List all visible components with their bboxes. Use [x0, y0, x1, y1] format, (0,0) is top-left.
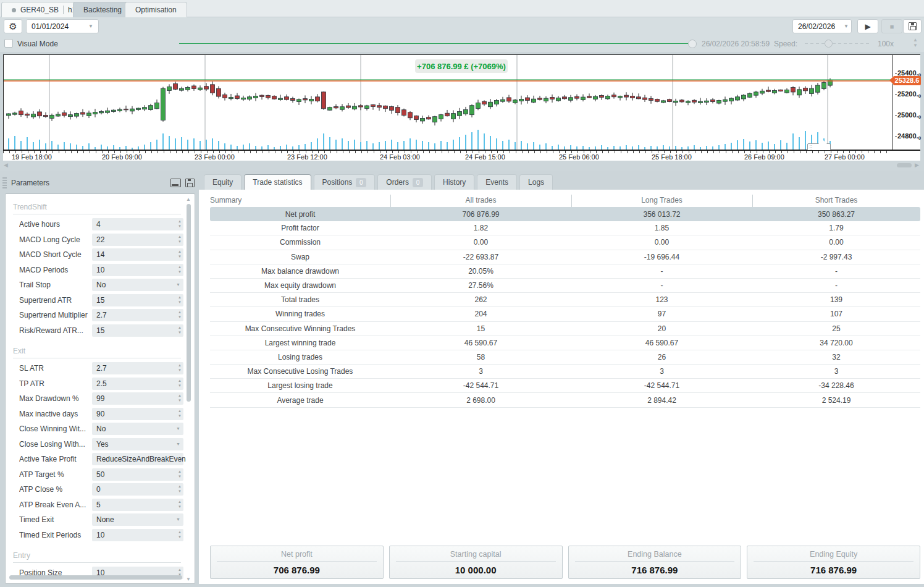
param-input-active-hours[interactable]: 4▲▼ — [92, 218, 183, 230]
table-cell: 2 524.19 — [752, 396, 920, 405]
scroll-thumb[interactable] — [897, 163, 912, 167]
stats-tab-events[interactable]: Events — [477, 174, 517, 190]
param-input-tp-atr[interactable]: 2.5▲▼ — [92, 378, 183, 390]
spinner-stepper[interactable]: ▲▼ — [178, 325, 182, 335]
param-input-macd-periods[interactable]: 10▲▼ — [92, 264, 183, 276]
start-date-select[interactable]: 01/01/2024▼ — [26, 19, 99, 33]
param-input-timed-exit-periods[interactable]: 10▲▼ — [92, 529, 183, 541]
table-row[interactable]: Max Consecutive Losing Trades333 — [210, 365, 920, 379]
spinner-stepper[interactable]: ▲▼ — [178, 393, 182, 403]
spinner-stepper[interactable]: ▲▼ — [178, 219, 182, 229]
stop-button[interactable]: ■ — [881, 19, 902, 33]
dropdown-arrow-icon[interactable]: ▼ — [176, 457, 180, 461]
param-input-active-take-profit[interactable]: ReduceSizeAndBreakEven▼ — [92, 453, 183, 465]
column-header[interactable]: Short Trades — [752, 196, 920, 205]
scroll-right-icon[interactable]: ▶ — [915, 162, 919, 168]
stats-tab-trade-statistics[interactable]: Trade statistics — [244, 174, 311, 190]
param-input-atp-target[interactable]: 50▲▼ — [92, 468, 183, 481]
table-row[interactable]: Average trade2 698.002 894.422 524.19 — [210, 393, 920, 407]
spinner-stepper[interactable]: ▲▼ — [178, 530, 182, 539]
visual-mode-checkbox[interactable] — [4, 39, 13, 48]
table-cell: 139 — [752, 295, 920, 304]
parameters-vscrollbar[interactable]: ▲ ▼ — [186, 196, 192, 582]
param-input-timed-exit[interactable]: None▼ — [92, 513, 183, 526]
param-input-atp-close[interactable]: 0▲▼ — [92, 483, 183, 496]
stats-tab-orders[interactable]: Orders0 — [377, 174, 432, 190]
param-input-max-inactive-days[interactable]: 90▲▼ — [92, 408, 183, 420]
dropdown-arrow-icon[interactable]: ▼ — [176, 442, 180, 446]
price-axis[interactable]: 25400.025200.025000.024800.025328.6 — [892, 54, 920, 150]
simulation-progress-handle[interactable] — [688, 40, 697, 48]
table-cell: 26 — [571, 353, 752, 361]
spinner-stepper[interactable]: ▲▼ — [178, 264, 182, 274]
column-header[interactable]: Summary — [210, 196, 390, 205]
param-input-trail-stop[interactable]: No▼ — [92, 279, 183, 291]
param-input-max-drawdown[interactable]: 99▲▼ — [92, 392, 183, 405]
scroll-up-icon[interactable]: ▲ — [186, 196, 191, 202]
table-cell: Winning trades — [210, 310, 390, 318]
stats-tab-history[interactable]: History — [434, 174, 474, 190]
param-input-risk-reward-atr[interactable]: 15▲▼ — [92, 324, 183, 337]
spinner-stepper[interactable]: ▲▼ — [178, 234, 182, 244]
drag-handle-icon[interactable] — [2, 177, 7, 190]
param-input-macd-long-cycle[interactable]: 22▲▼ — [92, 234, 183, 246]
table-row[interactable]: Swap-22 693.87-19 696.44-2 997.43 — [210, 250, 920, 264]
table-row[interactable]: Commission0.000.000.00 — [210, 235, 920, 250]
table-row[interactable]: Total trades262123139 — [210, 293, 920, 307]
table-row[interactable]: Profit factor1.821.851.79 — [210, 221, 920, 235]
param-input-atp-break-even-a[interactable]: 5▲▼ — [92, 499, 183, 511]
param-input-macd-short-cycle[interactable]: 14▲▼ — [92, 248, 183, 261]
tab-backtesting[interactable]: Backtesting — [73, 2, 132, 17]
dropdown-arrow-icon[interactable]: ▼ — [176, 426, 180, 431]
table-row[interactable]: Largest losing trade-42 544.71-42 544.71… — [210, 379, 920, 393]
column-header[interactable]: Long Trades — [571, 196, 752, 205]
panel-icon[interactable] — [170, 179, 181, 187]
save-parameters-icon[interactable] — [185, 179, 195, 187]
spinner-stepper[interactable]: ▲▼ — [178, 363, 182, 373]
param-input-close-winning-wit[interactable]: No▼ — [92, 423, 183, 435]
param-label: Supertrend ATR — [19, 296, 92, 305]
table-row[interactable]: Net profit706 876.99356 013.72350 863.27 — [210, 207, 920, 221]
column-header[interactable]: All trades — [390, 196, 571, 205]
spinner-stepper[interactable]: ▲▼ — [178, 310, 182, 319]
parameters-hscrollbar[interactable] — [9, 575, 182, 580]
table-row[interactable]: Max Consecutive Winning Trades152025 — [210, 322, 920, 336]
param-input-sl-atr[interactable]: 2.7▲▼ — [92, 362, 183, 374]
stats-tab-positions[interactable]: Positions0 — [314, 174, 376, 190]
scroll-left-icon[interactable]: ◀ — [4, 162, 8, 168]
param-input-supertrend-atr[interactable]: 15▲▼ — [92, 294, 183, 306]
spinner-stepper[interactable]: ▲▼ — [178, 249, 182, 259]
save-report-button[interactable] — [903, 19, 922, 33]
param-input-close-losing-with[interactable]: Yes▼ — [92, 438, 183, 450]
spinner-stepper[interactable]: ▲▼ — [178, 295, 182, 305]
chart-scrollbar[interactable]: ◀ ▶ — [0, 161, 924, 171]
scroll-down-icon[interactable]: ▼ — [186, 576, 191, 582]
table-row[interactable]: Losing trades582632 — [210, 350, 920, 365]
stats-tab-equity[interactable]: Equity — [204, 174, 242, 190]
param-input-supertrend-multiplier[interactable]: 2.7▲▼ — [92, 309, 183, 321]
tab-optimisation[interactable]: Optimisation — [125, 2, 187, 17]
speed-handle[interactable] — [825, 40, 833, 48]
vscroll-thumb[interactable] — [187, 204, 191, 402]
table-cell: 0.00 — [752, 238, 920, 247]
spinner-stepper[interactable]: ▲▼ — [178, 378, 182, 388]
settings-button[interactable]: ⚙ — [4, 19, 22, 33]
end-date-select[interactable]: 26/02/2026▼ — [792, 19, 852, 33]
play-button[interactable]: ▶ — [857, 19, 878, 33]
stats-tab-logs[interactable]: Logs — [519, 174, 553, 190]
speed-stepper[interactable]: ▲▼ — [913, 37, 918, 48]
table-cell: -19 696.44 — [571, 253, 752, 261]
table-row[interactable]: Largest winning trade46 590.6746 590.673… — [210, 336, 920, 350]
spinner-stepper[interactable]: ▲▼ — [178, 408, 182, 418]
spinner-stepper[interactable]: ▲▼ — [178, 499, 182, 509]
table-row[interactable]: Max balance drawdown20.05%-- — [210, 264, 920, 279]
table-row[interactable]: Max equity drawdown27.56%-- — [210, 279, 920, 293]
table-row[interactable]: Winning trades20497107 — [210, 307, 920, 321]
dropdown-arrow-icon[interactable]: ▼ — [176, 282, 180, 287]
dropdown-arrow-icon[interactable]: ▼ — [176, 517, 180, 522]
candlestick-plot[interactable]: +706 876.99 £ (+7069%) — [3, 54, 892, 150]
time-axis[interactable]: 19 Feb 18:0020 Feb 09:0023 Feb 00:0023 F… — [3, 150, 920, 161]
spinner-stepper[interactable]: ▲▼ — [178, 484, 182, 494]
spinner-stepper[interactable]: ▲▼ — [178, 469, 182, 479]
speed-slider[interactable] — [805, 43, 869, 44]
